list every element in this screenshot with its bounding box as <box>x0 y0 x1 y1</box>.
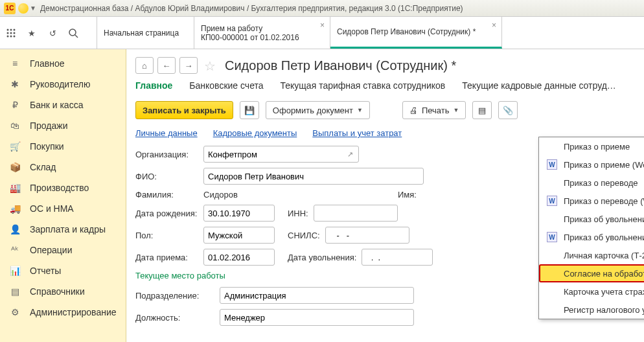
ctab-main[interactable]: Главное <box>135 80 172 92</box>
menu-item-label: Регистр налогового учета по НДФЛ <box>564 305 644 315</box>
print-menu-item[interactable]: WПриказ об увольнении (Word) <box>539 228 644 246</box>
tab-start-page[interactable]: Начальная страница <box>97 17 194 49</box>
create-document-button[interactable]: Оформить документ▼ <box>266 101 370 119</box>
menu-icon: ≡ <box>9 58 21 69</box>
history-icon[interactable]: ↺ <box>47 27 58 39</box>
save-and-close-button[interactable]: Записать и закрыть <box>135 101 233 119</box>
pos-label: Должность: <box>135 313 220 323</box>
content-area: ⌂ ← → ☆ Сидоров Петр Иванович (Сотрудник… <box>126 49 644 342</box>
close-icon[interactable]: × <box>492 21 496 30</box>
button-label: Печать <box>422 106 450 115</box>
sidebar-item-assets[interactable]: 🚚ОС и НМА <box>0 198 126 219</box>
search-icon[interactable] <box>67 27 79 39</box>
sidebar-item-production[interactable]: 🏭Производство <box>0 177 126 198</box>
svg-point-5 <box>14 32 16 34</box>
inn-input[interactable] <box>314 205 398 222</box>
hire-date-input[interactable] <box>203 249 275 266</box>
ball-icon[interactable] <box>18 3 29 14</box>
save-button[interactable]: 💾 <box>240 101 259 119</box>
link-hr-docs[interactable]: Кадровые документы <box>213 128 297 138</box>
ctab-rate[interactable]: Текущая тарифная ставка сотрудников <box>281 80 446 92</box>
print-menu-item[interactable]: •Регистр налогового учета по НДФЛ <box>539 301 644 319</box>
svg-point-4 <box>10 32 12 34</box>
tab-hire-doc[interactable]: Прием на работу КП00-000001 от 01.02.201… <box>194 17 330 49</box>
window-title: Демонстрационная база / Абдулов Юрий Вла… <box>40 4 463 13</box>
truck-icon: 🚚 <box>9 203 21 214</box>
home-button[interactable]: ⌂ <box>135 57 154 74</box>
dep-input[interactable] <box>220 287 414 304</box>
sidebar-item-warehouse[interactable]: 📦Склад <box>0 157 126 177</box>
sidebar-item-sales[interactable]: 🛍Продажи <box>0 115 126 136</box>
tab-employee[interactable]: Сидоров Петр Иванович (Сотрудник) * × <box>330 17 502 49</box>
sidebar-item-operations[interactable]: ᴬᵏОперации <box>0 240 126 260</box>
svg-point-2 <box>14 29 16 31</box>
sex-label: Пол: <box>135 231 203 240</box>
button-label: Оформить документ <box>273 106 353 115</box>
sidebar-item-bank[interactable]: ₽Банк и касса <box>0 95 126 115</box>
tab-label: Прием на работу <box>201 24 323 33</box>
ctab-bank[interactable]: Банковские счета <box>189 80 263 92</box>
sidebar-item-purchases[interactable]: 🛒Покупки <box>0 136 126 157</box>
sidebar-item-label: Главное <box>30 58 65 69</box>
word-icon: W <box>547 232 557 242</box>
box-icon: 📦 <box>9 161 21 173</box>
report-button[interactable]: ▤ <box>472 101 492 119</box>
print-menu-item[interactable]: •Карточка учета страховых взносов <box>539 282 644 301</box>
attach-button[interactable]: 📎 <box>498 101 518 119</box>
star-icon[interactable]: ★ <box>26 27 38 39</box>
ops-icon: ᴬᵏ <box>9 244 21 256</box>
close-icon[interactable]: × <box>320 21 325 30</box>
book-icon: ▤ <box>9 286 21 297</box>
print-menu-item[interactable]: •Приказ об увольнении <box>539 210 644 228</box>
sex-input[interactable] <box>203 227 275 244</box>
favorite-star-icon[interactable]: ☆ <box>204 58 218 73</box>
person-icon: ✱ <box>9 78 21 90</box>
svg-line-10 <box>75 35 78 38</box>
sidebar-item-label: Отчеты <box>30 266 61 276</box>
chart-icon: 📊 <box>9 265 21 277</box>
svg-point-3 <box>7 32 9 34</box>
apps-icon[interactable] <box>5 27 17 39</box>
sidebar-item-manager[interactable]: ✱Руководителю <box>0 74 126 95</box>
inn-label: ИНН: <box>288 209 308 218</box>
print-menu-item[interactable]: WПриказ о приеме (Word) <box>539 155 644 174</box>
ctab-hr[interactable]: Текущие кадровые данные сотруд… <box>462 80 616 92</box>
sidebar-item-admin[interactable]: ⚙Администрирование <box>0 302 126 323</box>
forward-button[interactable]: → <box>179 57 198 74</box>
print-menu-item[interactable]: •Личная карточка (Т-2) <box>539 246 644 264</box>
svg-point-0 <box>7 29 9 31</box>
open-ref-icon[interactable]: ↗ <box>343 148 356 161</box>
fio-input[interactable] <box>203 168 424 185</box>
svg-point-8 <box>14 36 16 38</box>
chevron-down-icon[interactable]: ▼ <box>30 5 36 12</box>
print-menu-item[interactable]: •Приказ о приеме <box>539 137 644 155</box>
back-button[interactable]: ← <box>157 57 176 74</box>
print-menu-item[interactable]: •Согласие на обработку ПДн... <box>539 264 644 282</box>
org-input[interactable] <box>203 146 359 163</box>
link-payments[interactable]: Выплаты и учет затрат <box>312 128 402 138</box>
menu-item-label: Приказ о приеме <box>564 142 630 152</box>
print-button[interactable]: 🖨Печать▼ <box>402 101 466 119</box>
sidebar-item-salary[interactable]: 👤Зарплата и кадры <box>0 219 126 240</box>
menu-item-label: Приказ о приеме (Word) <box>564 160 644 170</box>
sidebar-item-catalogs[interactable]: ▤Справочники <box>0 281 126 302</box>
print-menu-item[interactable]: •Приказ о переводе <box>539 174 644 192</box>
tab-sublabel: КП00-000001 от 01.02.2016 <box>201 33 323 42</box>
print-menu-item[interactable]: WПриказ о переводе (Word) <box>539 192 644 210</box>
svg-point-9 <box>69 29 76 36</box>
menu-item-label: Приказ об увольнении <box>564 214 644 224</box>
fire-date-input[interactable] <box>362 249 433 266</box>
snils-input[interactable] <box>325 227 409 244</box>
sidebar-item-label: Склад <box>30 162 56 172</box>
factory-icon: 🏭 <box>9 182 21 194</box>
link-personal-data[interactable]: Личные данные <box>135 128 198 138</box>
content-tabs: Главное Банковские счета Текущая тарифна… <box>135 80 635 92</box>
print-menu-popup: •Приказ о приемеWПриказ о приеме (Word)•… <box>538 137 644 319</box>
tool-strip: ★ ↺ <box>0 17 97 49</box>
pos-input[interactable] <box>220 309 414 326</box>
dob-input[interactable] <box>203 205 275 222</box>
sidebar-item-reports[interactable]: 📊Отчеты <box>0 260 126 281</box>
sidebar-item-main[interactable]: ≡Главное <box>0 53 126 74</box>
menu-item-label: Приказ об увольнении (Word) <box>564 233 644 242</box>
sidebar-item-label: Руководителю <box>30 79 90 89</box>
